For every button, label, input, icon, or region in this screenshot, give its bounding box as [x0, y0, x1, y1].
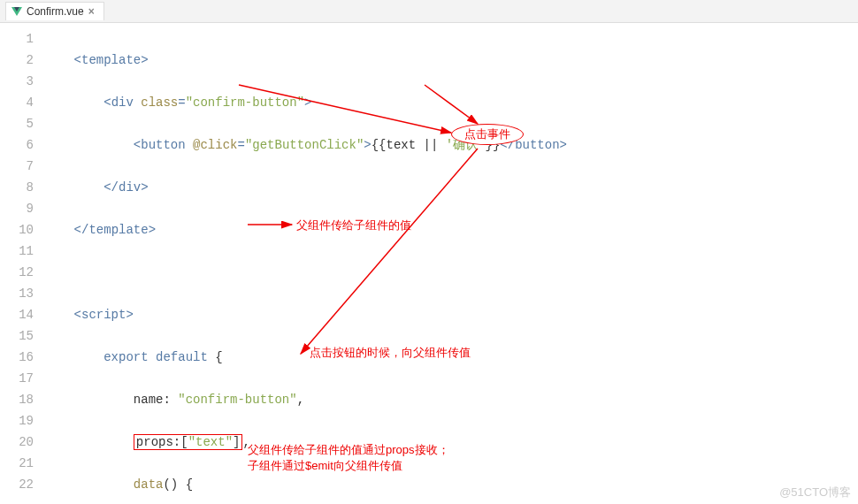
- annotation-props: 父组件传给子组件的值: [296, 218, 411, 233]
- code-line: </div>: [44, 177, 858, 198]
- code-line: <button @click="getButtonClick">{{text |…: [44, 134, 858, 156]
- file-tab[interactable]: Confirm.vue ×: [5, 2, 104, 20]
- code-line: </template>: [44, 219, 858, 241]
- tab-filename: Confirm.vue: [27, 5, 84, 18]
- code-line: [44, 262, 858, 283]
- annotation-oval-click-event: 点击事件: [451, 124, 524, 145]
- code-line: <script>: [44, 304, 858, 325]
- annotation-emit: 点击按钮的时候，向父组件传值: [310, 345, 471, 361]
- tab-bar: Confirm.vue ×: [0, 0, 858, 23]
- annotation-summary: 父组件传给子组件的值通过props接收； 子组件通过$emit向父组件传值: [248, 442, 449, 474]
- close-icon[interactable]: ×: [88, 5, 95, 18]
- code-line: data() {: [44, 474, 858, 495]
- code-line: <template>: [44, 50, 858, 71]
- line-gutter: 1234 5678 9101112 13141516 17181920 2122: [0, 23, 44, 504]
- watermark: @51CTO博客: [779, 485, 851, 500]
- vue-icon: [11, 7, 22, 16]
- code-line: <div class="confirm-button">: [44, 92, 858, 113]
- code-area[interactable]: <template> <div class="confirm-button"> …: [44, 23, 858, 504]
- code-editor[interactable]: 1234 5678 9101112 13141516 17181920 2122…: [0, 23, 858, 504]
- props-highlight: props:["text"]: [134, 434, 243, 450]
- code-line: name: "confirm-button",: [44, 389, 858, 410]
- code-line: props:["text"],: [44, 431, 858, 453]
